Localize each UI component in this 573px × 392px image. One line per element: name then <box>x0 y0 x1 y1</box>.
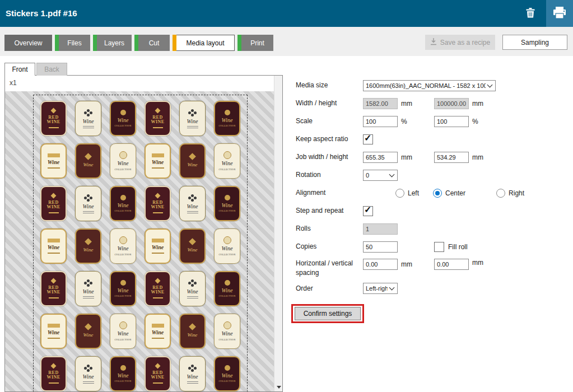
rolls-input <box>363 223 398 235</box>
tab-layers[interactable]: Layers <box>93 35 132 51</box>
mm-unit-label: mm <box>401 260 412 268</box>
keep-aspect-label: Keep aspect ratio <box>296 134 363 144</box>
side-subtabs: Front Back <box>4 63 283 76</box>
alignment-radio-left[interactable]: Left <box>395 189 419 198</box>
tab-overview-label: Overview <box>4 35 52 51</box>
tab-print-label: Print <box>241 35 273 51</box>
preview-scrollbar[interactable] <box>274 76 282 391</box>
sticker-label: WineCOLLECTION <box>110 356 136 391</box>
sticker-label: Wine <box>40 314 67 349</box>
percent-unit-label: % <box>472 118 478 125</box>
sampling-button[interactable]: Sampling <box>502 35 567 50</box>
sticker-grid: RED WINEWineWineCOLLECTIONRED WINEWineWi… <box>33 95 248 391</box>
radio-icon <box>496 189 505 198</box>
sticker-label: Wine <box>145 314 171 349</box>
spacing-label: Horizontal / vertical spacing <box>296 259 363 278</box>
order-select[interactable]: Left-right <box>363 283 398 294</box>
tab-accent <box>55 35 59 51</box>
order-label: Order <box>296 284 363 293</box>
job-size-label: Job width / height <box>296 152 363 162</box>
sticker-label: Wine <box>75 143 101 179</box>
app-window: Stickers 1.pdf #16 <box>0 0 573 392</box>
media-size-select[interactable]: 1600mm(63in)_AAC_NORMAL - 1582 x 10000 <box>363 80 496 91</box>
sticker-label: RED WINE <box>40 356 67 391</box>
annotation-highlight: Confirm settings <box>291 304 364 323</box>
copies-input[interactable] <box>363 241 398 253</box>
confirm-settings-button[interactable]: Confirm settings <box>295 307 361 320</box>
alignment-radio-right[interactable]: Right <box>496 189 524 198</box>
fill-roll-label: Fill roll <box>448 243 468 251</box>
horizontal-spacing-input[interactable] <box>363 259 398 270</box>
tab-media-layout-label: Media layout <box>176 35 234 50</box>
tab-cut[interactable]: Cut <box>134 35 170 51</box>
delete-job-button[interactable] <box>519 0 542 27</box>
rolls-row: Rolls <box>291 223 571 235</box>
download-icon <box>430 38 437 47</box>
order-row: Order Left-right <box>291 283 571 295</box>
tab-accent <box>93 35 97 51</box>
preview-area: RED WINEWineWineCOLLECTIONRED WINEWineWi… <box>5 91 274 391</box>
sticker-label: Wine <box>75 356 101 391</box>
job-width-input[interactable] <box>363 152 398 163</box>
sticker-label: Wine <box>145 143 171 179</box>
sticker-label: Wine <box>75 228 101 264</box>
vertical-spacing-input[interactable] <box>434 259 469 270</box>
rotation-row: Rotation 0 <box>291 169 571 181</box>
sticker-label: RED WINE <box>40 101 67 136</box>
media-size-label: Media size <box>296 81 363 90</box>
width-height-row: Width / height mm mm <box>291 97 571 109</box>
tab-cut-label: Cut <box>138 35 170 51</box>
sticker-label: RED WINE <box>145 101 171 136</box>
tab-strip: Overview Files Layers Cut Media layout P… <box>0 27 573 56</box>
step-repeat-checkbox[interactable] <box>363 206 373 216</box>
sticker-label: Wine <box>145 228 171 264</box>
sticker-label: WineCOLLECTION <box>214 271 240 306</box>
rolls-label: Rolls <box>296 224 363 234</box>
job-size-row: Job width / height mm mm <box>291 151 571 163</box>
scale-height-input[interactable] <box>434 116 469 127</box>
media-size-value: 1600mm(63in)_AAC_NORMAL - 1582 x 10000 <box>366 82 486 89</box>
alignment-center-label: Center <box>445 189 465 197</box>
keep-aspect-checkbox[interactable] <box>363 134 373 144</box>
alignment-row: Alignment Left Center Right <box>291 187 571 199</box>
sticker-label: Wine <box>179 271 206 306</box>
tab-overview[interactable]: Overview <box>4 35 52 51</box>
sticker-label: WineCOLLECTION <box>214 356 240 391</box>
sticker-label: WineCOLLECTION <box>214 228 240 264</box>
mm-unit-label: mm <box>472 153 483 161</box>
tab-print[interactable]: Print <box>237 35 273 51</box>
job-height-input[interactable] <box>434 152 469 163</box>
sticker-label: RED WINE <box>40 186 67 221</box>
sticker-label: RED WINE <box>145 356 171 391</box>
sticker-label: WineCOLLECTION <box>110 314 136 349</box>
fill-roll-checkbox[interactable] <box>434 242 444 252</box>
save-recipe-button[interactable]: Save as a recipe <box>425 35 495 50</box>
alignment-left-label: Left <box>408 189 419 197</box>
sticker-label: Wine <box>75 101 101 136</box>
scale-width-input[interactable] <box>363 116 398 127</box>
strip-actions: Save as a recipe Sampling <box>425 35 567 50</box>
order-value: Left-right <box>366 285 388 292</box>
printer-icon <box>553 7 566 21</box>
rotation-select[interactable]: 0 <box>363 170 398 181</box>
chevron-down-icon <box>389 171 395 177</box>
sticker-label: Wine <box>40 228 67 264</box>
spacing-row: Horizontal / vertical spacing mm mm <box>291 259 571 278</box>
sticker-label: RED WINE <box>40 271 67 306</box>
scale-row: Scale % % <box>291 115 571 127</box>
scroll-down-icon <box>277 386 281 389</box>
chevron-down-icon <box>487 82 493 87</box>
print-button[interactable] <box>546 0 573 27</box>
step-repeat-label: Step and repeat <box>296 206 363 216</box>
alignment-radio-center[interactable]: Center <box>433 189 465 198</box>
tab-front[interactable]: Front <box>4 63 35 76</box>
keep-aspect-row: Keep aspect ratio <box>291 133 571 145</box>
sticker-label: Wine <box>75 186 101 221</box>
scroll-down-button[interactable] <box>274 382 283 391</box>
rotation-value: 0 <box>366 172 388 179</box>
sticker-label: WineCOLLECTION <box>110 101 136 136</box>
tab-files[interactable]: Files <box>55 35 90 51</box>
tab-media-layout[interactable]: Media layout <box>173 35 235 51</box>
sticker-label: Wine <box>40 143 67 179</box>
tab-back[interactable]: Back <box>36 63 67 76</box>
